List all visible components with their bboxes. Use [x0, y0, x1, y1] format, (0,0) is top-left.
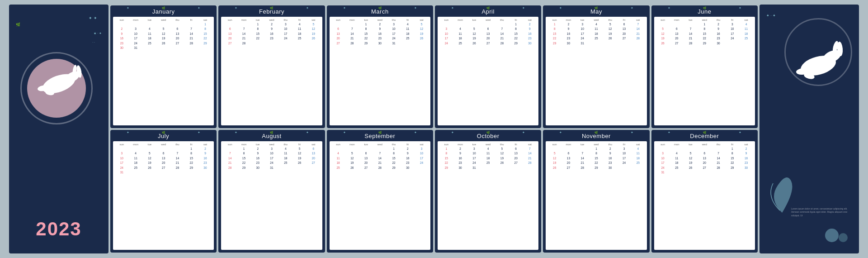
- months-row-1: ✦🌿✦Januarysunmontuewedthufrisat123456789…: [110, 5, 758, 128]
- day-cell: 29: [359, 41, 373, 46]
- day-cell: 11: [401, 27, 415, 31]
- day-cell: 12: [156, 32, 170, 36]
- day-cell: 6: [331, 27, 345, 31]
- day-cell: 24: [129, 41, 143, 46]
- day-cell: 15: [251, 32, 265, 36]
- day-cell: 1: [547, 22, 561, 27]
- day-cell: 22: [251, 36, 265, 41]
- day-cell: 4: [129, 151, 143, 156]
- day-cell: 28: [170, 166, 184, 170]
- day-cell: 24: [265, 161, 279, 165]
- back-circles: [823, 226, 850, 244]
- day-cell: 28: [523, 161, 537, 165]
- day-cell: 16: [373, 32, 387, 36]
- month-header: ✦🌿✦January: [110, 5, 217, 17]
- day-cell: 21: [523, 156, 537, 161]
- day-cell: 21: [184, 36, 198, 41]
- calendar-body: sunmontuewedthufrisat1234567891011121314…: [546, 17, 646, 125]
- month-header: ✦🌿✦August: [218, 130, 325, 141]
- day-cell: 12: [467, 32, 481, 36]
- day-grid: 1234567891011121314151617181920212223242…: [331, 147, 429, 170]
- day-cell: 12: [656, 32, 670, 36]
- day-cell: 13: [359, 156, 373, 161]
- day-cell: 8: [725, 151, 739, 156]
- day-cell: [143, 46, 157, 50]
- day-cell: 30: [115, 46, 129, 50]
- day-cell: 5: [467, 27, 481, 31]
- day-cell: 1: [387, 147, 401, 151]
- day-cell: 6: [670, 27, 684, 31]
- day-cell: 13: [670, 32, 684, 36]
- day-cell: 29: [547, 41, 561, 46]
- day-cell: 25: [590, 36, 604, 41]
- day-cell: [547, 147, 561, 151]
- day-cell: 29: [184, 166, 198, 170]
- day-cell: 16: [251, 156, 265, 161]
- day-cell: 4: [331, 151, 345, 156]
- day-cell: 24: [576, 36, 590, 41]
- day-cell: [712, 147, 726, 151]
- day-cell: 2: [739, 147, 753, 151]
- day-cell: 20: [307, 156, 321, 161]
- day-cell: [237, 22, 251, 27]
- day-cell: [198, 46, 212, 50]
- day-cell: 12: [292, 151, 307, 156]
- day-grid: 1234567891011121314151617181920212223242…: [547, 22, 645, 46]
- day-cell: 26: [143, 166, 157, 170]
- day-cell: 11: [292, 27, 307, 31]
- day-cell: 3: [278, 22, 292, 27]
- day-cell: 1: [251, 22, 265, 27]
- day-cell: [292, 166, 307, 170]
- day-cell: 9: [739, 151, 753, 156]
- day-cell: [278, 41, 292, 46]
- day-cell: 21: [223, 161, 237, 165]
- day-cell: 21: [631, 32, 645, 36]
- calendar-body: sunmontuewedthufrisat1234567891011121314…: [546, 141, 646, 250]
- day-cell: 15: [439, 156, 453, 161]
- day-grid: 1234567891011121314151617181920212223242…: [656, 147, 753, 175]
- day-cell: 23: [401, 161, 415, 165]
- day-cell: 22: [725, 161, 739, 165]
- day-cell: 17: [467, 156, 481, 161]
- day-cell: 17: [576, 32, 590, 36]
- cover-stars-mid: ★ · ✦: [94, 32, 102, 35]
- month-header: ✦🌿✦May: [543, 5, 649, 17]
- day-cell: [331, 22, 345, 27]
- day-cell: 5: [603, 22, 617, 27]
- day-cell: 21: [495, 36, 509, 41]
- day-cell: 1: [184, 147, 198, 151]
- day-cell: 7: [345, 27, 359, 31]
- day-cell: 18: [278, 156, 292, 161]
- day-cell: 8: [184, 151, 198, 156]
- day-cell: 14: [373, 156, 387, 161]
- day-cell: 13: [223, 32, 237, 36]
- day-cell: 20: [170, 36, 184, 41]
- day-cell: 22: [198, 36, 212, 41]
- day-cell: 18: [670, 161, 684, 165]
- months-row-2: ✦🌿✦Julysunmontuewedthufrisat123456789101…: [110, 130, 758, 253]
- day-cell: 26: [495, 161, 509, 165]
- day-cell: [725, 170, 739, 175]
- day-cell: 15: [698, 32, 712, 36]
- day-cell: [223, 22, 237, 27]
- day-cell: [698, 170, 712, 175]
- lorem-text: Lorem ipsum dolor sit amet, consectetuer…: [791, 207, 854, 218]
- calendar-body: sunmontuewedthufrisat1234567891011121314…: [654, 17, 755, 125]
- cover-dots: · ·: [92, 41, 95, 44]
- day-cell: 20: [156, 161, 170, 165]
- day-cell: [725, 41, 739, 46]
- day-cell: 19: [292, 156, 307, 161]
- day-cell: 26: [307, 36, 321, 41]
- day-cell: 28: [576, 166, 590, 170]
- day-cell: 22: [509, 36, 523, 41]
- day-cell: 7: [523, 147, 537, 151]
- day-cell: [345, 22, 359, 27]
- day-cell: 10: [439, 32, 453, 36]
- day-cell: 5: [156, 27, 170, 31]
- day-cell: 9: [561, 27, 576, 31]
- day-cell: 25: [481, 161, 495, 165]
- month-name: November: [547, 133, 646, 139]
- calendar-container: ✦ ✦ ★ · ✦ 🌿 · · 2023 ✦🌿✦Januarysunmontue…: [9, 5, 859, 253]
- back-rabbit: [787, 41, 850, 86]
- day-cell: 30: [739, 166, 753, 170]
